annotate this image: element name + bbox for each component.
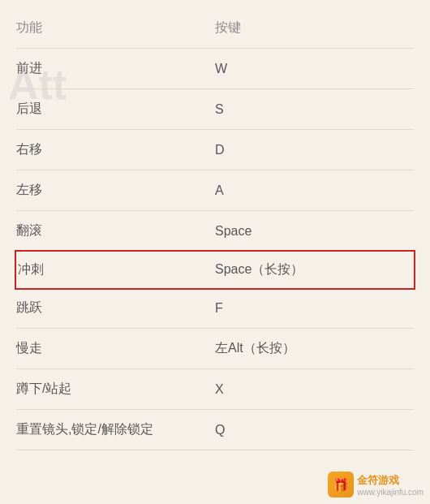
key-column-header: 按键 xyxy=(215,19,414,37)
function-cell: 重置镜头,锁定/解除锁定 xyxy=(16,421,215,438)
table-row: 慢走左Alt（长按） xyxy=(16,329,414,369)
function-cell: 翻滚 xyxy=(16,222,215,239)
table-row: 跳跃F xyxy=(16,288,414,329)
function-cell: 慢走 xyxy=(16,340,215,357)
function-cell: 后退 xyxy=(16,101,215,118)
key-cell: Space xyxy=(215,224,414,239)
table-row: 左移A xyxy=(16,170,414,211)
table-row: 前进W xyxy=(16,49,414,89)
table-row: 重置镜头,锁定/解除锁定Q xyxy=(16,410,414,450)
key-cell: D xyxy=(215,143,414,157)
table-row: 翻滚Space xyxy=(16,211,414,252)
function-cell: 蹲下/站起 xyxy=(16,381,215,398)
key-cell: Space（长按） xyxy=(215,261,412,278)
keybind-table: 功能 按键 前进W后退S右移D左移A翻滚Space冲刺Space（长按）跳跃F慢… xyxy=(0,0,430,459)
watermark: 🎁 金符游戏 www.yikajinfu.com xyxy=(328,472,424,498)
key-cell: X xyxy=(215,382,414,397)
watermark-text: 金符游戏 www.yikajinfu.com xyxy=(357,473,424,497)
key-cell: A xyxy=(215,183,414,198)
function-cell: 右移 xyxy=(16,141,215,158)
table-row: 右移D xyxy=(16,130,414,170)
function-cell: 冲刺 xyxy=(18,261,215,278)
function-cell: 前进 xyxy=(16,60,215,77)
key-cell: W xyxy=(215,62,414,76)
watermark-name: 金符游戏 xyxy=(357,473,424,488)
table-row: 蹲下/站起X xyxy=(16,369,414,410)
function-cell: 左移 xyxy=(16,182,215,199)
table-row: 冲刺Space（长按） xyxy=(15,250,415,290)
function-column-header: 功能 xyxy=(16,19,215,37)
watermark-logo: 🎁 xyxy=(328,472,354,498)
key-cell: F xyxy=(215,301,414,316)
function-cell: 跳跃 xyxy=(16,299,215,317)
watermark-url: www.yikajinfu.com xyxy=(357,488,424,497)
key-cell: 左Alt（长按） xyxy=(215,340,414,357)
gift-icon: 🎁 xyxy=(333,477,349,493)
table-header-row: 功能 按键 xyxy=(16,8,414,49)
key-cell: S xyxy=(215,102,414,117)
key-cell: Q xyxy=(215,423,414,437)
table-row: 后退S xyxy=(16,89,414,130)
